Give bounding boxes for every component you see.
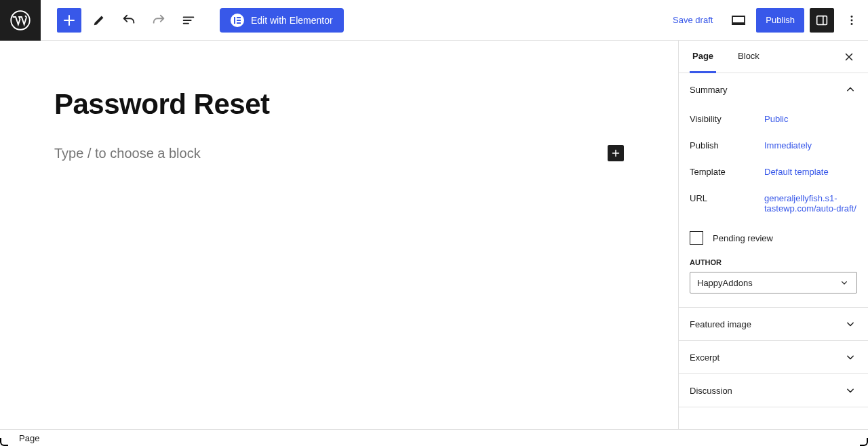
excerpt-header[interactable]: Excerpt — [679, 341, 868, 373]
footer-breadcrumb[interactable]: Page — [19, 433, 39, 443]
svg-point-0 — [11, 11, 30, 30]
excerpt-label: Excerpt — [690, 352, 719, 363]
featured-image-panel: Featured image — [679, 308, 868, 341]
settings-sidebar-toggle[interactable] — [810, 8, 834, 33]
summary-panel: Summary Visibility Public Publish Immedi… — [679, 73, 868, 308]
chevron-down-icon — [844, 350, 857, 364]
svg-rect-2 — [237, 17, 241, 18]
document-overview-button[interactable] — [176, 8, 201, 33]
tools-button[interactable] — [87, 8, 111, 33]
svg-point-8 — [851, 19, 853, 21]
chevron-up-icon — [844, 83, 857, 96]
redo-button[interactable] — [146, 8, 171, 33]
visibility-label: Visibility — [690, 114, 764, 124]
elementor-button-label: Edit with Elementor — [251, 15, 333, 26]
author-select[interactable]: HappyAddons — [690, 272, 857, 293]
save-draft-link[interactable]: Save draft — [673, 15, 713, 25]
template-label: Template — [690, 167, 764, 177]
edit-with-elementor-button[interactable]: Edit with Elementor — [220, 8, 344, 33]
preview-button[interactable] — [726, 8, 751, 33]
add-block-button[interactable] — [57, 8, 81, 33]
settings-sidebar: Page Block Summary Visibility Public Pub… — [678, 41, 868, 429]
author-heading: AUTHOR — [690, 258, 857, 266]
svg-rect-3 — [237, 20, 241, 21]
url-value[interactable]: generaljellyfish.s1-tastewp.com/auto-dra… — [764, 193, 857, 214]
sidebar-tabs: Page Block — [679, 41, 868, 73]
top-toolbar: Edit with Elementor Save draft Publish — [0, 0, 868, 41]
kebab-icon — [844, 13, 859, 28]
publish-label: Publish — [690, 140, 764, 150]
elementor-icon — [231, 14, 244, 27]
page-title[interactable]: Password Reset — [54, 88, 624, 121]
desktop-icon — [730, 12, 747, 28]
plus-icon — [610, 147, 622, 159]
options-button[interactable] — [840, 8, 864, 33]
featured-image-label: Featured image — [690, 319, 751, 329]
block-placeholder-row: Type / to choose a block — [54, 145, 624, 161]
add-block-inline-button[interactable] — [608, 145, 624, 161]
featured-image-header[interactable]: Featured image — [679, 308, 868, 340]
undo-button[interactable] — [117, 8, 141, 33]
wordpress-icon — [10, 10, 31, 31]
url-row: URL generaljellyfish.s1-tastewp.com/auto… — [690, 185, 857, 222]
toolbar-right: Save draft Publish — [673, 8, 868, 33]
summary-panel-header[interactable]: Summary — [679, 73, 868, 106]
discussion-header[interactable]: Discussion — [679, 374, 868, 407]
redo-icon — [151, 13, 166, 28]
block-placeholder-text[interactable]: Type / to choose a block — [54, 146, 201, 161]
author-value: HappyAddons — [697, 278, 753, 288]
tab-page[interactable]: Page — [690, 41, 716, 73]
svg-point-9 — [851, 23, 853, 25]
template-value[interactable]: Default template — [764, 167, 829, 177]
toolbar-left: Edit with Elementor — [41, 8, 344, 33]
sidebar-icon — [814, 13, 829, 28]
publish-value[interactable]: Immediately — [764, 140, 812, 150]
chevron-down-icon — [844, 317, 857, 331]
svg-rect-5 — [817, 16, 827, 24]
svg-rect-1 — [234, 17, 235, 24]
undo-icon — [121, 13, 136, 28]
publish-button[interactable]: Publish — [756, 8, 804, 33]
corner-left — [0, 438, 8, 446]
visibility-value[interactable]: Public — [764, 114, 788, 124]
chevron-down-icon — [844, 384, 857, 397]
template-row: Template Default template — [690, 159, 857, 185]
svg-point-7 — [851, 16, 853, 18]
list-icon — [181, 13, 196, 28]
close-sidebar-button[interactable] — [841, 49, 857, 65]
pending-review-row: Pending review — [690, 222, 857, 258]
editor-canvas[interactable]: Password Reset Type / to choose a block — [0, 41, 678, 429]
plus-icon — [61, 12, 77, 28]
url-label: URL — [690, 193, 764, 214]
corner-right — [860, 438, 868, 446]
summary-body: Visibility Public Publish Immediately Te… — [679, 106, 868, 307]
tab-block[interactable]: Block — [735, 41, 762, 73]
wordpress-logo[interactable] — [0, 0, 41, 41]
excerpt-panel: Excerpt — [679, 341, 868, 374]
chevron-down-icon — [839, 277, 850, 288]
svg-rect-4 — [237, 22, 241, 24]
pending-review-checkbox[interactable] — [690, 231, 703, 245]
publish-row: Publish Immediately — [690, 132, 857, 159]
visibility-row: Visibility Public — [690, 106, 857, 132]
discussion-panel: Discussion — [679, 374, 868, 407]
discussion-label: Discussion — [690, 386, 732, 396]
pending-review-label: Pending review — [713, 233, 773, 243]
summary-heading: Summary — [690, 85, 728, 95]
main-area: Password Reset Type / to choose a block … — [0, 41, 868, 429]
close-icon — [843, 51, 855, 63]
bottom-footer: Page — [0, 429, 868, 446]
pencil-icon — [92, 13, 106, 28]
